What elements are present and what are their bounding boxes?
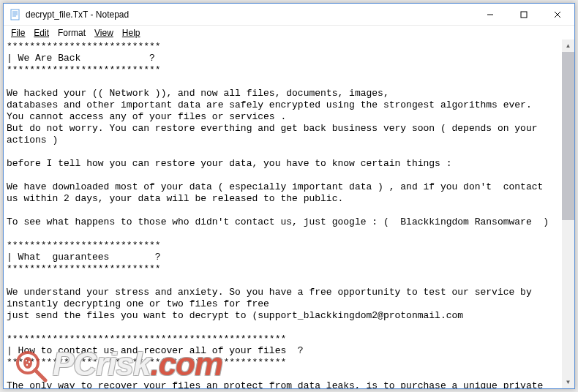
titlebar: decrypt_file.TxT - Notepad	[4, 4, 574, 26]
menu-edit[interactable]: Edit	[29, 27, 53, 39]
close-button[interactable]	[541, 4, 574, 26]
vertical-scrollbar[interactable]: ▲ ▼	[562, 39, 574, 388]
notepad-window: decrypt_file.TxT - Notepad File Edit For…	[3, 3, 575, 389]
svg-rect-6	[521, 12, 527, 18]
scroll-thumb[interactable]	[562, 52, 574, 220]
scroll-up-button[interactable]: ▲	[562, 39, 574, 52]
content-area: *************************** | We Are Bac…	[4, 39, 574, 388]
menu-view[interactable]: View	[90, 27, 118, 39]
minimize-button[interactable]	[473, 4, 507, 26]
menu-help[interactable]: Help	[118, 27, 145, 39]
menubar: File Edit Format View Help	[4, 26, 574, 39]
menu-format[interactable]: Format	[53, 27, 90, 39]
window-controls	[473, 4, 574, 25]
scroll-down-button[interactable]: ▼	[562, 376, 574, 388]
text-editor[interactable]: *************************** | We Are Bac…	[4, 39, 562, 388]
notepad-icon	[10, 9, 21, 20]
window-title: decrypt_file.TxT - Notepad	[26, 10, 129, 20]
menu-file[interactable]: File	[7, 27, 29, 39]
maximize-button[interactable]	[507, 4, 541, 26]
